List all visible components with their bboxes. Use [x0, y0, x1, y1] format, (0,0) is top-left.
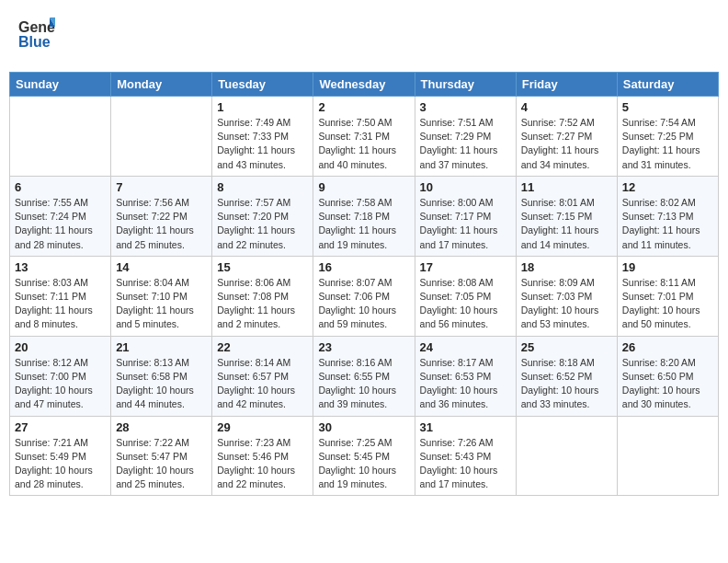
day-number: 9: [318, 180, 409, 194]
calendar-cell: 21Sunrise: 8:13 AMSunset: 6:58 PMDayligh…: [111, 336, 212, 416]
calendar-cell: 23Sunrise: 8:16 AMSunset: 6:55 PMDayligh…: [313, 336, 415, 416]
calendar-week-row: 27Sunrise: 7:21 AMSunset: 5:49 PMDayligh…: [10, 416, 719, 496]
weekday-header-sunday: Sunday: [10, 73, 111, 97]
calendar-week-row: 13Sunrise: 8:03 AMSunset: 7:11 PMDayligh…: [10, 256, 719, 336]
day-number: 20: [15, 340, 106, 354]
calendar-cell: 22Sunrise: 8:14 AMSunset: 6:57 PMDayligh…: [212, 336, 313, 416]
day-number: 5: [622, 100, 713, 114]
day-number: 8: [217, 180, 308, 194]
logo: General Blue: [18, 14, 55, 58]
day-number: 3: [420, 100, 511, 114]
day-info: Sunrise: 8:14 AMSunset: 6:57 PMDaylight:…: [217, 356, 308, 412]
day-info: Sunrise: 7:56 AMSunset: 7:22 PMDaylight:…: [116, 196, 207, 252]
day-info: Sunrise: 7:25 AMSunset: 5:45 PMDaylight:…: [318, 436, 409, 492]
weekday-header-tuesday: Tuesday: [212, 73, 313, 97]
day-info: Sunrise: 8:12 AMSunset: 7:00 PMDaylight:…: [15, 356, 106, 412]
weekday-header-row: SundayMondayTuesdayWednesdayThursdayFrid…: [10, 73, 719, 97]
day-info: Sunrise: 8:06 AMSunset: 7:08 PMDaylight:…: [217, 276, 308, 332]
day-info: Sunrise: 7:50 AMSunset: 7:31 PMDaylight:…: [318, 116, 409, 172]
weekday-header-monday: Monday: [111, 73, 212, 97]
calendar-cell: [617, 416, 718, 496]
day-info: Sunrise: 7:23 AMSunset: 5:46 PMDaylight:…: [217, 436, 308, 492]
weekday-header-thursday: Thursday: [415, 73, 516, 97]
calendar-week-row: 1Sunrise: 7:49 AMSunset: 7:33 PMDaylight…: [10, 97, 719, 177]
day-number: 31: [420, 420, 511, 434]
day-info: Sunrise: 8:13 AMSunset: 6:58 PMDaylight:…: [116, 356, 207, 412]
day-info: Sunrise: 7:58 AMSunset: 7:18 PMDaylight:…: [318, 196, 409, 252]
day-number: 15: [217, 260, 308, 274]
calendar-cell: 29Sunrise: 7:23 AMSunset: 5:46 PMDayligh…: [212, 416, 313, 496]
page-header: General Blue: [9, 9, 719, 63]
day-info: Sunrise: 8:17 AMSunset: 6:53 PMDaylight:…: [420, 356, 511, 412]
day-number: 18: [521, 260, 612, 274]
day-number: 10: [420, 180, 511, 194]
calendar-cell: 6Sunrise: 7:55 AMSunset: 7:24 PMDaylight…: [10, 176, 111, 256]
calendar-cell: 16Sunrise: 8:07 AMSunset: 7:06 PMDayligh…: [313, 256, 415, 336]
day-number: 4: [521, 100, 612, 114]
calendar-cell: 11Sunrise: 8:01 AMSunset: 7:15 PMDayligh…: [516, 176, 617, 256]
day-info: Sunrise: 8:08 AMSunset: 7:05 PMDaylight:…: [420, 276, 511, 332]
day-number: 28: [116, 420, 207, 434]
day-number: 25: [521, 340, 612, 354]
day-info: Sunrise: 7:54 AMSunset: 7:25 PMDaylight:…: [622, 116, 713, 172]
day-info: Sunrise: 7:52 AMSunset: 7:27 PMDaylight:…: [521, 116, 612, 172]
day-info: Sunrise: 8:01 AMSunset: 7:15 PMDaylight:…: [521, 196, 612, 252]
day-number: 17: [420, 260, 511, 274]
day-number: 2: [318, 100, 409, 114]
calendar-cell: [516, 416, 617, 496]
calendar-cell: 13Sunrise: 8:03 AMSunset: 7:11 PMDayligh…: [10, 256, 111, 336]
day-info: Sunrise: 7:26 AMSunset: 5:43 PMDaylight:…: [420, 436, 511, 492]
day-info: Sunrise: 7:55 AMSunset: 7:24 PMDaylight:…: [15, 196, 106, 252]
calendar-cell: 26Sunrise: 8:20 AMSunset: 6:50 PMDayligh…: [617, 336, 718, 416]
day-number: 11: [521, 180, 612, 194]
weekday-header-wednesday: Wednesday: [313, 73, 415, 97]
calendar-cell: 2Sunrise: 7:50 AMSunset: 7:31 PMDaylight…: [313, 97, 415, 177]
calendar-cell: 12Sunrise: 8:02 AMSunset: 7:13 PMDayligh…: [617, 176, 718, 256]
calendar-cell: 24Sunrise: 8:17 AMSunset: 6:53 PMDayligh…: [415, 336, 516, 416]
calendar-cell: 17Sunrise: 8:08 AMSunset: 7:05 PMDayligh…: [415, 256, 516, 336]
day-number: 7: [116, 180, 207, 194]
calendar-cell: 20Sunrise: 8:12 AMSunset: 7:00 PMDayligh…: [10, 336, 111, 416]
calendar-cell: 8Sunrise: 7:57 AMSunset: 7:20 PMDaylight…: [212, 176, 313, 256]
day-number: 27: [15, 420, 106, 434]
day-info: Sunrise: 8:00 AMSunset: 7:17 PMDaylight:…: [420, 196, 511, 252]
day-number: 24: [420, 340, 511, 354]
calendar-cell: 19Sunrise: 8:11 AMSunset: 7:01 PMDayligh…: [617, 256, 718, 336]
day-info: Sunrise: 8:04 AMSunset: 7:10 PMDaylight:…: [116, 276, 207, 332]
calendar-cell: 4Sunrise: 7:52 AMSunset: 7:27 PMDaylight…: [516, 97, 617, 177]
day-number: 1: [217, 100, 308, 114]
calendar-cell: 30Sunrise: 7:25 AMSunset: 5:45 PMDayligh…: [313, 416, 415, 496]
calendar-cell: 7Sunrise: 7:56 AMSunset: 7:22 PMDaylight…: [111, 176, 212, 256]
day-info: Sunrise: 8:18 AMSunset: 6:52 PMDaylight:…: [521, 356, 612, 412]
calendar-week-row: 6Sunrise: 7:55 AMSunset: 7:24 PMDaylight…: [10, 176, 719, 256]
calendar-week-row: 20Sunrise: 8:12 AMSunset: 7:00 PMDayligh…: [10, 336, 719, 416]
calendar-cell: 14Sunrise: 8:04 AMSunset: 7:10 PMDayligh…: [111, 256, 212, 336]
day-number: 30: [318, 420, 409, 434]
calendar-cell: 15Sunrise: 8:06 AMSunset: 7:08 PMDayligh…: [212, 256, 313, 336]
calendar-cell: 1Sunrise: 7:49 AMSunset: 7:33 PMDaylight…: [212, 97, 313, 177]
day-number: 22: [217, 340, 308, 354]
day-info: Sunrise: 8:09 AMSunset: 7:03 PMDaylight:…: [521, 276, 612, 332]
calendar-cell: 31Sunrise: 7:26 AMSunset: 5:43 PMDayligh…: [415, 416, 516, 496]
day-info: Sunrise: 8:16 AMSunset: 6:55 PMDaylight:…: [318, 356, 409, 412]
day-info: Sunrise: 8:03 AMSunset: 7:11 PMDaylight:…: [15, 276, 106, 332]
day-number: 21: [116, 340, 207, 354]
svg-text:Blue: Blue: [18, 34, 51, 50]
day-info: Sunrise: 7:22 AMSunset: 5:47 PMDaylight:…: [116, 436, 207, 492]
calendar-cell: 5Sunrise: 7:54 AMSunset: 7:25 PMDaylight…: [617, 97, 718, 177]
calendar-table: SundayMondayTuesdayWednesdayThursdayFrid…: [9, 72, 719, 496]
day-info: Sunrise: 8:07 AMSunset: 7:06 PMDaylight:…: [318, 276, 409, 332]
calendar-cell: 10Sunrise: 8:00 AMSunset: 7:17 PMDayligh…: [415, 176, 516, 256]
day-info: Sunrise: 7:51 AMSunset: 7:29 PMDaylight:…: [420, 116, 511, 172]
weekday-header-saturday: Saturday: [617, 73, 718, 97]
day-number: 6: [15, 180, 106, 194]
calendar-cell: 3Sunrise: 7:51 AMSunset: 7:29 PMDaylight…: [415, 97, 516, 177]
day-info: Sunrise: 7:21 AMSunset: 5:49 PMDaylight:…: [15, 436, 106, 492]
calendar-cell: 25Sunrise: 8:18 AMSunset: 6:52 PMDayligh…: [516, 336, 617, 416]
day-info: Sunrise: 7:57 AMSunset: 7:20 PMDaylight:…: [217, 196, 308, 252]
day-number: 14: [116, 260, 207, 274]
day-info: Sunrise: 7:49 AMSunset: 7:33 PMDaylight:…: [217, 116, 308, 172]
day-number: 29: [217, 420, 308, 434]
logo-image: General Blue: [18, 14, 55, 58]
day-number: 16: [318, 260, 409, 274]
